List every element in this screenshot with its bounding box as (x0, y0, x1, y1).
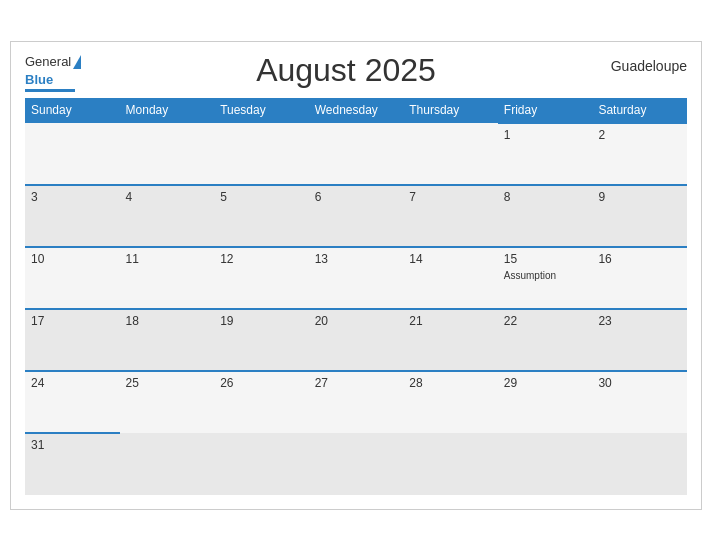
day-number: 21 (409, 314, 492, 328)
calendar-cell: 12 (214, 247, 309, 309)
header-thursday: Thursday (403, 98, 498, 123)
calendar-cell: 1 (498, 123, 593, 185)
day-number: 29 (504, 376, 587, 390)
day-number: 13 (315, 252, 398, 266)
logo-text: GeneralBlue (25, 54, 81, 87)
day-number: 16 (598, 252, 681, 266)
day-number: 1 (504, 128, 587, 142)
logo-blue: Blue (25, 72, 53, 87)
day-number: 22 (504, 314, 587, 328)
day-number: 12 (220, 252, 303, 266)
day-number: 20 (315, 314, 398, 328)
day-number: 18 (126, 314, 209, 328)
day-number: 3 (31, 190, 114, 204)
calendar-cell: 3 (25, 185, 120, 247)
day-number: 27 (315, 376, 398, 390)
calendar-cell: 31 (25, 433, 120, 495)
calendar-cell: 22 (498, 309, 593, 371)
calendar-cell (403, 123, 498, 185)
calendar-cell (120, 433, 215, 495)
month-title: August 2025 (81, 52, 610, 89)
calendar-week-row: 3456789 (25, 185, 687, 247)
calendar-cell: 25 (120, 371, 215, 433)
calendar-cell (403, 433, 498, 495)
calendar-cell (214, 123, 309, 185)
day-number: 25 (126, 376, 209, 390)
calendar-cell: 30 (592, 371, 687, 433)
calendar-cell (498, 433, 593, 495)
day-number: 7 (409, 190, 492, 204)
day-number: 2 (598, 128, 681, 142)
calendar-cell: 19 (214, 309, 309, 371)
day-number: 4 (126, 190, 209, 204)
header-friday: Friday (498, 98, 593, 123)
logo: GeneralBlue (25, 52, 81, 88)
calendar-cell (309, 433, 404, 495)
calendar-week-row: 24252627282930 (25, 371, 687, 433)
header-wednesday: Wednesday (309, 98, 404, 123)
day-number: 30 (598, 376, 681, 390)
day-number: 17 (31, 314, 114, 328)
header-monday: Monday (120, 98, 215, 123)
day-number: 24 (31, 376, 114, 390)
calendar-cell: 24 (25, 371, 120, 433)
calendar-container: GeneralBlue August 2025 Guadeloupe Sunda… (10, 41, 702, 510)
calendar-cell: 7 (403, 185, 498, 247)
calendar-cell: 8 (498, 185, 593, 247)
day-number: 19 (220, 314, 303, 328)
calendar-cell (309, 123, 404, 185)
header-saturday: Saturday (592, 98, 687, 123)
calendar-cell: 5 (214, 185, 309, 247)
calendar-cell: 4 (120, 185, 215, 247)
day-number: 6 (315, 190, 398, 204)
day-number: 10 (31, 252, 114, 266)
calendar-cell (120, 123, 215, 185)
header-sunday: Sunday (25, 98, 120, 123)
day-number: 28 (409, 376, 492, 390)
calendar-week-row: 17181920212223 (25, 309, 687, 371)
calendar-cell: 14 (403, 247, 498, 309)
calendar-week-row: 12 (25, 123, 687, 185)
region-label: Guadeloupe (611, 52, 687, 74)
calendar-cell: 26 (214, 371, 309, 433)
day-number: 31 (31, 438, 114, 452)
day-number: 26 (220, 376, 303, 390)
calendar-body: 123456789101112131415Assumption161718192… (25, 123, 687, 495)
calendar-thead: Sunday Monday Tuesday Wednesday Thursday… (25, 98, 687, 123)
calendar-cell (214, 433, 309, 495)
calendar-cell: 10 (25, 247, 120, 309)
day-number: 11 (126, 252, 209, 266)
logo-area: GeneralBlue (25, 52, 81, 92)
calendar-cell: 9 (592, 185, 687, 247)
day-number: 8 (504, 190, 587, 204)
calendar-cell: 15Assumption (498, 247, 593, 309)
calendar-cell: 17 (25, 309, 120, 371)
day-number: 5 (220, 190, 303, 204)
calendar-cell: 2 (592, 123, 687, 185)
day-number: 14 (409, 252, 492, 266)
calendar-cell: 23 (592, 309, 687, 371)
logo-line (25, 89, 75, 92)
calendar-week-row: 31 (25, 433, 687, 495)
calendar-cell: 16 (592, 247, 687, 309)
calendar-cell: 21 (403, 309, 498, 371)
calendar-cell: 29 (498, 371, 593, 433)
calendar-header: GeneralBlue August 2025 Guadeloupe (25, 52, 687, 92)
calendar-cell: 28 (403, 371, 498, 433)
calendar-cell: 11 (120, 247, 215, 309)
calendar-cell (25, 123, 120, 185)
calendar-cell: 20 (309, 309, 404, 371)
weekday-header-row: Sunday Monday Tuesday Wednesday Thursday… (25, 98, 687, 123)
calendar-week-row: 101112131415Assumption16 (25, 247, 687, 309)
calendar-cell (592, 433, 687, 495)
day-number: 9 (598, 190, 681, 204)
calendar-cell: 18 (120, 309, 215, 371)
calendar-table: Sunday Monday Tuesday Wednesday Thursday… (25, 98, 687, 495)
calendar-cell: 13 (309, 247, 404, 309)
header-tuesday: Tuesday (214, 98, 309, 123)
calendar-cell: 27 (309, 371, 404, 433)
day-event: Assumption (504, 270, 556, 281)
calendar-cell: 6 (309, 185, 404, 247)
day-number: 23 (598, 314, 681, 328)
day-number: 15 (504, 252, 587, 266)
